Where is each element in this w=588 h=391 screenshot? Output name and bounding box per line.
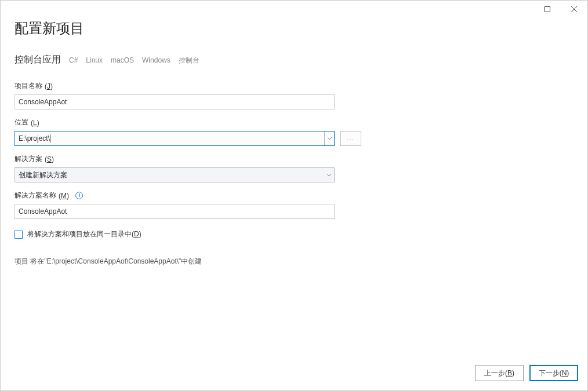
- template-name: 控制台应用: [14, 54, 61, 66]
- info-icon[interactable]: i: [75, 192, 83, 199]
- template-row: 控制台应用 C# Linux macOS Windows 控制台: [14, 54, 574, 66]
- browse-button[interactable]: ...: [340, 131, 361, 146]
- same-directory-label: 将解决方案和项目放在同一目录中(D): [27, 229, 141, 239]
- page-title: 配置新项目: [14, 19, 574, 38]
- back-button[interactable]: 上一步(B): [475, 365, 524, 381]
- chevron-down-icon: [328, 137, 332, 140]
- location-label: 位置(L): [14, 118, 574, 127]
- project-path-note: 项目 将在"E:\project\ConsoleAppAot\ConsoleAp…: [14, 257, 574, 266]
- tag: macOS: [111, 56, 134, 64]
- solution-name-block: 解决方案名称(M) i ConsoleAppAot: [14, 191, 574, 219]
- solution-combo[interactable]: 创建新解决方案: [14, 167, 335, 182]
- tag: Windows: [142, 56, 170, 64]
- project-name-label: 项目名称(J): [14, 81, 574, 91]
- tag: Linux: [86, 56, 103, 64]
- solution-name-label: 解决方案名称(M) i: [14, 191, 574, 200]
- solution-label: 解决方案(S): [14, 154, 574, 164]
- same-directory-checkbox[interactable]: [14, 231, 23, 239]
- chevron-down-icon: [327, 174, 331, 176]
- location-combo[interactable]: E:\project\: [14, 131, 335, 146]
- solution-name-input[interactable]: ConsoleAppAot: [14, 204, 335, 219]
- project-name-block: 项目名称(J) ConsoleAppAot: [14, 81, 574, 109]
- location-dropdown-arrow[interactable]: [324, 131, 334, 145]
- solution-block: 解决方案(S) 创建新解决方案: [14, 154, 574, 182]
- svg-rect-0: [545, 7, 550, 12]
- location-block: 位置(L) E:\project\ ...: [14, 118, 574, 146]
- solution-dropdown-arrow[interactable]: [324, 168, 334, 182]
- tag: C#: [69, 56, 78, 64]
- tag: 控制台: [179, 56, 199, 65]
- text-caret: [50, 134, 50, 142]
- same-directory-row: 将解决方案和项目放在同一目录中(D): [14, 229, 574, 239]
- maximize-icon: [545, 6, 550, 12]
- content: 配置新项目 控制台应用 C# Linux macOS Windows 控制台 项…: [14, 16, 574, 358]
- project-name-input[interactable]: ConsoleAppAot: [14, 94, 335, 109]
- next-button[interactable]: 下一步(N): [529, 365, 578, 381]
- footer: 上一步(B) 下一步(N): [475, 365, 578, 381]
- close-icon: [571, 6, 577, 12]
